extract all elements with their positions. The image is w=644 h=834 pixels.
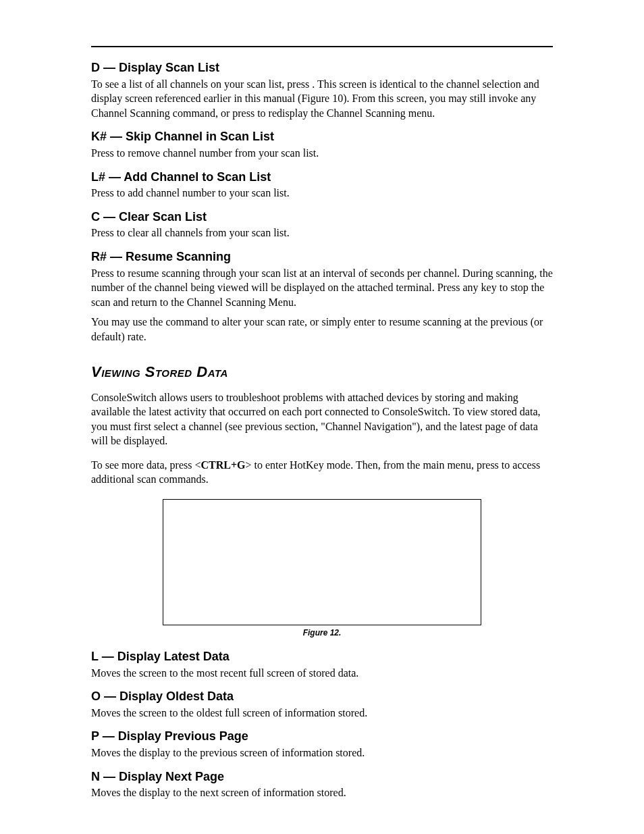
paragraph-viewing-1: ConsoleSwitch allows users to troublesho… [91, 390, 553, 448]
heading-d: D — Display Scan List [91, 61, 553, 76]
text-run: To see more data, press < [91, 459, 201, 471]
heading-k: K# — Skip Channel in Scan List [91, 130, 553, 145]
paragraph-l-add: Press to add channel number to your scan… [91, 186, 553, 201]
heading-r: R# — Resume Scanning [91, 250, 553, 265]
paragraph-k: Press to remove channel number from your… [91, 146, 553, 161]
hotkey-ctrl-g: CTRL+G [201, 459, 246, 471]
heading-l-latest: L — Display Latest Data [91, 650, 553, 664]
paragraph-p: Moves the display to the previous screen… [91, 746, 553, 760]
paragraph-l-latest: Moves the screen to the most recent full… [91, 666, 553, 681]
paragraph-r-2: You may use the command to alter your sc… [91, 315, 553, 344]
document-page: D — Display Scan List To see a list of a… [0, 0, 644, 834]
paragraph-o: Moves the screen to the oldest full scre… [91, 706, 553, 721]
figure-12-placeholder [163, 499, 481, 625]
heading-p: P — Display Previous Page [91, 729, 553, 744]
heading-o: O — Display Oldest Data [91, 689, 553, 704]
paragraph-c: Press to clear all channels from your sc… [91, 226, 553, 240]
paragraph-viewing-2: To see more data, press <CTRL+G> to ente… [91, 458, 553, 487]
heading-l-add: L# — Add Channel to Scan List [91, 170, 553, 185]
horizontal-rule [91, 46, 553, 47]
heading-n: N — Display Next Page [91, 770, 553, 785]
figure-caption: Figure 12. [91, 628, 553, 637]
paragraph-r-1: Press to resume scanning through your sc… [91, 266, 553, 310]
paragraph-d: To see a list of all channels on your sc… [91, 77, 553, 121]
paragraph-n: Moves the display to the next screen of … [91, 785, 553, 800]
section-heading-viewing: Viewing Stored Data [91, 363, 553, 381]
heading-c: C — Clear Scan List [91, 210, 553, 225]
